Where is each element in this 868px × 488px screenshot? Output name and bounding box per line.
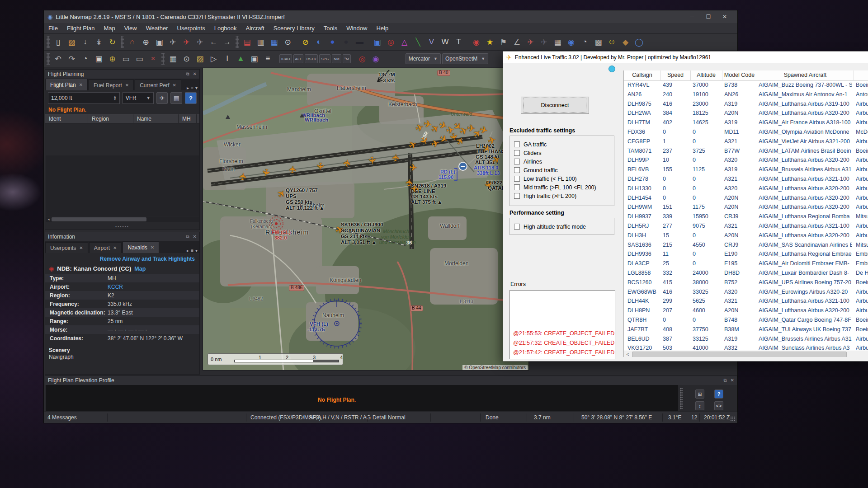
open-flightplan-icon[interactable]: ▨: [66, 36, 78, 48]
flight-plan-hscrollbar[interactable]: ◂: [46, 216, 199, 222]
projection-combo[interactable]: Mercator▼: [406, 53, 441, 64]
menu-userpoints[interactable]: Userpoints: [173, 24, 210, 33]
flight-planning-tab-current-perf[interactable]: Current Perf✕: [135, 80, 181, 90]
tree-icon[interactable]: ▲: [235, 53, 247, 65]
menu-aircraft[interactable]: Aircraft: [241, 24, 269, 33]
dock-close-icon[interactable]: ✕: [731, 378, 734, 383]
close-icon[interactable]: ✕: [113, 245, 117, 250]
forward-icon[interactable]: →: [221, 36, 233, 48]
errors-listbox[interactable]: @21:55:53: CREATE_OBJECT_FAILED@21:57:32…: [509, 290, 615, 359]
checkbox-high-traffic-fl-200-[interactable]: [514, 193, 520, 199]
tab-list-icon[interactable]: ▾: [195, 85, 198, 90]
image-icon[interactable]: ▩: [592, 36, 604, 48]
scroll-handle[interactable]: [52, 217, 146, 221]
t-label-icon[interactable]: T: [453, 36, 465, 48]
scroll-left-icon[interactable]: <: [624, 351, 632, 357]
aircraft-icon[interactable]: ✈: [260, 168, 271, 178]
menu-view[interactable]: View: [120, 24, 142, 33]
menu-flight-plan[interactable]: Flight Plan: [62, 24, 99, 33]
play-icon[interactable]: ▷: [208, 53, 220, 65]
new-flightplan-icon[interactable]: ▯: [52, 36, 64, 48]
dock-float-icon[interactable]: ⧉: [186, 71, 189, 77]
maximize-button[interactable]: ☐: [700, 10, 717, 23]
menu-map[interactable]: Map: [99, 24, 119, 33]
map-link[interactable]: Map: [134, 266, 146, 272]
delete-measure-icon[interactable]: ×: [147, 53, 159, 65]
checkbox-low-traffic-fl-100-[interactable]: [514, 176, 520, 182]
airport-link[interactable]: KCCR: [108, 284, 123, 290]
aircraft-icon[interactable]: ✈: [409, 163, 417, 172]
flight-planning-tab-fuel-report[interactable]: Fuel Report✕: [89, 80, 134, 90]
cruise-altitude-input[interactable]: 12,000 ft ▲▼: [48, 92, 120, 104]
tab-scroll-icon[interactable]: ▸: [187, 85, 189, 90]
table-row[interactable]: BEL6VB1551125A319AIGAIM_Brussels Airline…: [624, 165, 868, 175]
aircraft-crossed-icon[interactable]: ✈: [167, 36, 179, 48]
aircraft-icon[interactable]: ✈: [288, 165, 297, 174]
flight-planning-tab-flight-plan[interactable]: Flight Plan✕: [45, 79, 88, 90]
back-icon[interactable]: ←: [208, 36, 220, 48]
table-row[interactable]: DLH7TM40214625A319AIGAIM_Air France Airb…: [624, 118, 868, 128]
scroll-handle[interactable]: [632, 352, 847, 357]
table-row[interactable]: LGL885833224000DH8DAIGAIM_Luxair Bombard…: [624, 269, 868, 278]
dock-float-icon[interactable]: ⧉: [723, 378, 726, 383]
vertical-zoom-icon[interactable]: ↕: [695, 401, 704, 410]
table-row[interactable]: AN2624019100AN26AIGAIM_Maximus Air Anton…: [624, 90, 868, 100]
menu-window[interactable]: Window: [342, 24, 372, 33]
slope-icon[interactable]: ╲: [412, 36, 424, 48]
close-icon[interactable]: ✕: [79, 245, 83, 250]
map-add-icon[interactable]: ⊕: [106, 53, 118, 65]
performance-merge-button[interactable]: ▦: [170, 92, 182, 104]
table-row[interactable]: BCS126041538000B752AIGAIM_UPS Airlines B…: [624, 278, 868, 288]
darkdot-icon[interactable]: ●: [340, 36, 352, 48]
table-row[interactable]: DLH9936110E190AIGAIM_Lufthansa Regional …: [624, 250, 868, 259]
folder-icon[interactable]: ▨: [194, 53, 206, 65]
clock-icon[interactable]: ◔: [579, 36, 591, 48]
elevation-splitter[interactable]: [680, 388, 683, 409]
column-header-spawned-aircraft[interactable]: Spawned Aircraft: [757, 72, 854, 78]
aircraft-performance-button[interactable]: ✈: [156, 92, 168, 104]
chip-icao-icon[interactable]: ICAO: [279, 54, 292, 63]
chip-alt-icon[interactable]: ALT: [293, 54, 303, 63]
table-row[interactable]: DLH133000A320AIGAIM_Lufthansa Airbus A32…: [624, 184, 868, 194]
dock-float-icon[interactable]: ⧉: [186, 234, 189, 239]
tab-scroll-icon[interactable]: ▸: [187, 248, 189, 253]
column-header-callsign[interactable]: Callsign: [624, 72, 660, 78]
home-icon[interactable]: ⌂: [126, 36, 138, 48]
flight-rules-combo[interactable]: VFR ▼: [123, 92, 154, 104]
table-row[interactable]: QTR8H00B748AIGAIM_Qatar Cargo Boeing 747…: [624, 316, 868, 325]
checkbox-high-altitude-traffic-mode[interactable]: [514, 224, 520, 230]
checkbox-airlines[interactable]: [514, 159, 520, 164]
information-tab-airport[interactable]: Airport✕: [89, 242, 122, 253]
face-icon[interactable]: ☺: [606, 36, 618, 48]
toolbar-handle[interactable]: [121, 36, 124, 48]
resize-grip[interactable]: [730, 416, 736, 422]
dock-close-icon[interactable]: ✕: [193, 71, 197, 77]
compass-rose-icon[interactable]: ◉: [470, 36, 482, 48]
table-row[interactable]: TAM80712373725B77WAIGAIM_LATAM Airlines …: [624, 147, 868, 156]
wrench-icon[interactable]: ◆: [619, 36, 632, 48]
chip-nm-icon[interactable]: NM: [332, 54, 341, 63]
title-bar[interactable]: ◉ Little Navmap 2.6.19 - MSFS / N 1801 -…: [44, 10, 737, 23]
table-row[interactable]: DLH5RJ2779075A321AIGAIM_Lufthansa Airbus…: [624, 222, 868, 231]
minimize-button[interactable]: ─: [684, 10, 700, 23]
close-icon[interactable]: ✕: [79, 82, 83, 87]
aircraft-icon[interactable]: ✈: [238, 172, 248, 181]
flight-plan-table-header[interactable]: IdentRegionNameMH: [45, 114, 199, 123]
traffic-table-hscrollbar[interactable]: <: [624, 351, 868, 357]
menu-weather[interactable]: Weather: [142, 24, 173, 33]
overlay-icon[interactable]: ▦: [167, 53, 179, 65]
help-button[interactable]: ?: [185, 92, 197, 104]
tab-menu-icon[interactable]: ≡: [191, 248, 193, 253]
halfcircle-icon[interactable]: ◐: [313, 36, 325, 48]
close-icon[interactable]: ✕: [125, 83, 129, 88]
menu-scenery-library[interactable]: Scenery Library: [269, 24, 319, 33]
doc-add-icon[interactable]: ▤: [241, 36, 253, 48]
menu-help[interactable]: Help: [372, 24, 393, 33]
reload-icon[interactable]: ↻: [106, 36, 118, 48]
table-row[interactable]: VKG172050341000A332AIGAIM_Sunclass Airli…: [624, 344, 868, 351]
close-button[interactable]: ✕: [717, 10, 733, 23]
disconnect-button[interactable]: Disconnect: [521, 97, 589, 114]
chip-deg-icon[interactable]: °M: [343, 54, 351, 63]
swirl-icon[interactable]: ◉: [370, 53, 382, 65]
aircraft-icon[interactable]: ✈: [315, 162, 325, 170]
